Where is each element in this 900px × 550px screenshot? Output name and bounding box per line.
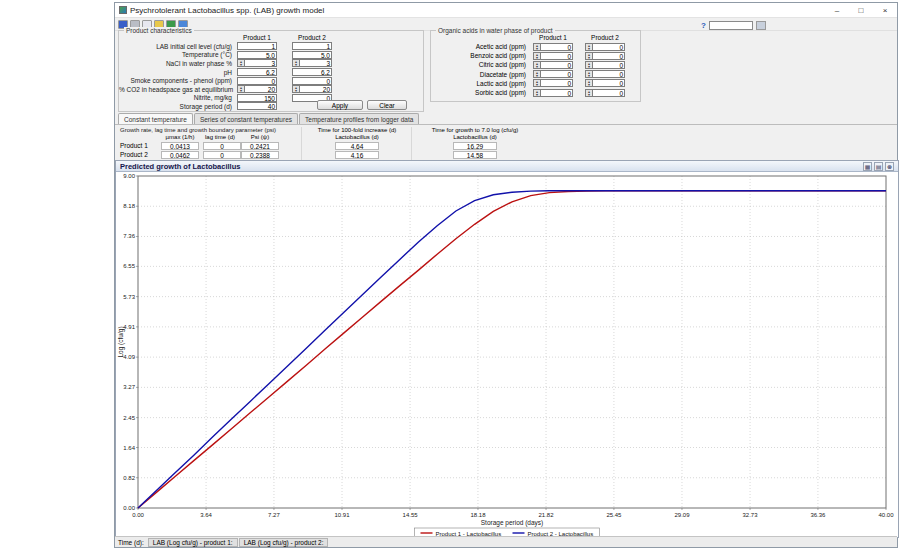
product-2-cell: 5.0: [292, 51, 332, 59]
product-characteristics-title: Product characteristics: [124, 27, 194, 34]
product-1-input[interactable]: 150: [237, 94, 277, 102]
row-label: Diacetate (ppm): [431, 71, 529, 78]
spin-down-icon[interactable]: ▾: [536, 74, 538, 77]
product-1-input[interactable]: 0: [540, 61, 573, 69]
spin-down-icon[interactable]: ▾: [536, 93, 538, 96]
product-1-input[interactable]: 6.2: [237, 68, 277, 76]
close-button[interactable]: ×: [873, 3, 897, 18]
x-tick-label: 0.00: [132, 512, 144, 518]
product-2-input[interactable]: 5.0: [292, 51, 332, 59]
apply-button[interactable]: Apply: [317, 100, 363, 110]
spinner-control[interactable]: ▴▾: [585, 89, 592, 97]
product-1-input[interactable]: 5.0: [237, 51, 277, 59]
product-1-cell: 0: [237, 77, 277, 85]
spin-down-icon[interactable]: ▾: [536, 65, 538, 68]
clear-button[interactable]: Clear: [367, 100, 407, 110]
spinner-control[interactable]: ▴▾: [533, 43, 540, 51]
product-1-cell: 6.2: [237, 68, 277, 76]
product-2-input[interactable]: 0: [592, 52, 625, 60]
product-2-input[interactable]: 3: [299, 59, 332, 67]
spin-down-icon[interactable]: ▾: [588, 74, 590, 77]
spinner-control[interactable]: ▴▾: [585, 79, 592, 87]
product-1-input[interactable]: 40: [237, 102, 277, 110]
spin-down-icon[interactable]: ▾: [588, 93, 590, 96]
product-2-cell: ▴▾0: [585, 52, 625, 60]
tab-constant-temperature[interactable]: Constant temperature: [118, 113, 193, 124]
spinner-control[interactable]: ▴▾: [585, 43, 592, 51]
status-tab-product-2[interactable]: LAB (Log cfu/g) - product 2:: [239, 538, 329, 547]
product-2-input[interactable]: 0: [592, 61, 625, 69]
spin-down-icon[interactable]: ▾: [588, 65, 590, 68]
x-tick-label: 25.45: [606, 512, 622, 518]
spinner-control[interactable]: ▴▾: [237, 59, 244, 67]
organic-acid-row: Diacetate (ppm)▴▾0▴▾0: [431, 70, 640, 79]
product-1-input[interactable]: 0: [540, 89, 573, 97]
product-2-input[interactable]: 1: [292, 42, 332, 50]
product-1-input[interactable]: 20: [244, 85, 277, 93]
spinner-control[interactable]: ▴▾: [533, 52, 540, 60]
product-2-input[interactable]: 0: [592, 70, 625, 78]
product-1-input[interactable]: 0: [540, 70, 573, 78]
zoom-icon[interactable]: ⊕: [885, 162, 894, 171]
product-1-time-100fold-value: 4.64: [335, 142, 379, 150]
spinner-control[interactable]: ▴▾: [533, 89, 540, 97]
spin-down-icon[interactable]: ▾: [536, 83, 538, 86]
product-2-input[interactable]: 0: [292, 77, 332, 85]
copy-chart-icon[interactable]: ▤: [874, 162, 883, 171]
spinner-control[interactable]: ▴▾: [533, 61, 540, 69]
product-2-column-header: Product 2: [292, 34, 332, 41]
data-table-icon[interactable]: ▦: [863, 162, 872, 171]
row-label: pH: [119, 69, 235, 76]
spin-down-icon[interactable]: ▾: [536, 56, 538, 59]
spinner-control[interactable]: ▴▾: [237, 85, 244, 93]
minimize-button[interactable]: –: [825, 3, 849, 18]
tab-temperature-profiles-from-logger-data[interactable]: Temperature profiles from logger data: [299, 113, 419, 124]
row-label: Nitrite, mg/kg: [119, 94, 235, 101]
product-1-input[interactable]: 1: [237, 42, 277, 50]
product-2-time-100fold-value: 4.16: [335, 151, 379, 159]
toolbar-input[interactable]: [709, 21, 753, 30]
row-label: Citric acid (ppm): [431, 61, 529, 68]
product-2-input[interactable]: 0: [592, 43, 625, 51]
product-2-input[interactable]: 0: [592, 79, 625, 87]
product-2-cell: ▴▾0: [585, 43, 625, 51]
spin-down-icon[interactable]: ▾: [295, 89, 297, 92]
spin-down-icon[interactable]: ▾: [240, 89, 242, 92]
product-1-cell: 1: [237, 42, 277, 50]
product-characteristics-row: % CO2 in headspace gas at equilibrium▴▾2…: [119, 85, 423, 94]
spin-down-icon[interactable]: ▾: [588, 56, 590, 59]
product-1-input[interactable]: 3: [244, 59, 277, 67]
product-1-input[interactable]: 0: [540, 52, 573, 60]
tab-series-of-constant-temperatures[interactable]: Series of constant temperatures: [194, 113, 298, 124]
product-2-input[interactable]: 0: [592, 89, 625, 97]
product-1-lagtime-value: 0: [203, 142, 241, 150]
product-2-input[interactable]: 20: [299, 85, 332, 93]
row-label: Smoke components - phenol (ppm): [119, 77, 235, 84]
spinner-control[interactable]: ▴▾: [585, 52, 592, 60]
product-1-input[interactable]: 0: [540, 43, 573, 51]
product-1-input[interactable]: 0: [237, 77, 277, 85]
spin-down-icon[interactable]: ▾: [588, 83, 590, 86]
spinner-control[interactable]: ▴▾: [585, 70, 592, 78]
product-2-input[interactable]: 6.2: [292, 68, 332, 76]
spinner-control[interactable]: ▴▾: [292, 59, 299, 67]
y-tick-label: 4.09: [123, 354, 135, 360]
spinner-control[interactable]: ▴▾: [533, 79, 540, 87]
y-tick-label: 9.00: [123, 173, 135, 179]
product-2-cell: ▴▾20: [292, 85, 332, 93]
spinner-control[interactable]: ▴▾: [585, 61, 592, 69]
spin-down-icon[interactable]: ▾: [588, 47, 590, 50]
settings-icon[interactable]: [756, 21, 766, 30]
spinner-control[interactable]: ▴▾: [533, 70, 540, 78]
product-1-cell: ▴▾0: [533, 61, 573, 69]
spin-down-icon[interactable]: ▾: [240, 63, 242, 66]
status-tab-product-1[interactable]: LAB (Log cfu/g) - product 1:: [148, 538, 238, 547]
spin-down-icon[interactable]: ▾: [536, 47, 538, 50]
product-2-cell: ▴▾0: [585, 89, 625, 97]
product-1-input[interactable]: 0: [540, 79, 573, 87]
spinner-control[interactable]: ▴▾: [292, 85, 299, 93]
spin-down-icon[interactable]: ▾: [295, 63, 297, 66]
maximize-button[interactable]: □: [849, 3, 873, 18]
help-icon[interactable]: ?: [701, 21, 706, 30]
time-to-7log-header: Time for growth to 7.0 log (cfu/g): [415, 127, 535, 133]
